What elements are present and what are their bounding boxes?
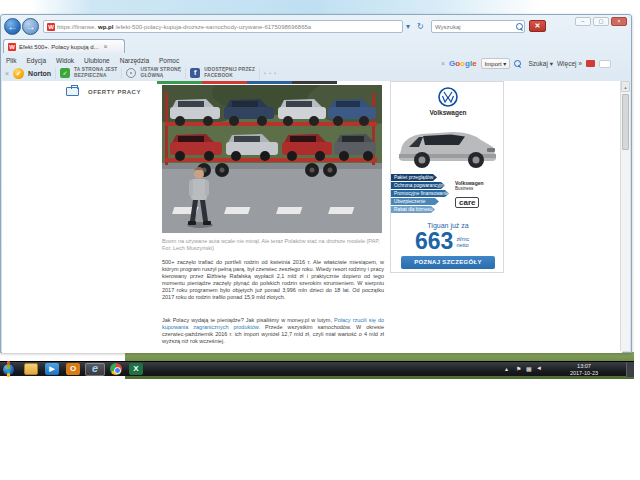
search-icon[interactable]	[516, 23, 521, 30]
ad-banner[interactable]: Ochrona pogwarancyjna	[391, 182, 445, 189]
taskbar-explorer-icon[interactable]	[24, 363, 38, 375]
tab-row: W Efekt 500+. Polacy kupują d... ×	[1, 39, 631, 53]
url-domain: wp.pl	[98, 21, 113, 33]
back-button[interactable]: ←	[4, 18, 21, 35]
menu-plik[interactable]: Plik	[6, 57, 16, 64]
tab-close-icon[interactable]: ×	[104, 43, 108, 50]
toolbar-separator	[185, 68, 186, 79]
homepage-icon[interactable]	[126, 68, 136, 78]
window-controls: – ▢ ×	[575, 17, 627, 26]
show-desktop-button[interactable]	[626, 362, 634, 377]
tray-network-icon[interactable]: ▦	[526, 365, 532, 372]
strip-green	[157, 81, 202, 84]
tiguan-car-image	[395, 120, 501, 170]
taskbar-excel-icon[interactable]: X	[129, 363, 143, 375]
ad-banner-list: Pakiet przeglądów Ochrona pogwarancyjna …	[391, 174, 505, 214]
toolbar-separator	[55, 68, 56, 79]
google-logo: Google	[449, 59, 477, 68]
site-safe-label[interactable]: TA STRONA JESTBEZPIECZNA	[74, 67, 117, 78]
search-box	[431, 20, 525, 33]
search-input[interactable]	[432, 24, 516, 30]
google-search-button[interactable]: Szukaj ▾	[528, 60, 553, 68]
site-safe-icon[interactable]: ✓	[60, 68, 70, 78]
strip-dark	[292, 81, 337, 84]
address-bar[interactable]: W https://finanse.wp.pl/efekt-500-polacy…	[43, 20, 403, 33]
menu-bar: Plik Edycja Widok Ulubione Narzędzia Pom…	[6, 55, 179, 65]
tray-volume-icon[interactable]: ◄	[536, 365, 542, 371]
google-extra-button[interactable]	[599, 60, 611, 68]
url-path: /efekt-500-polacy-kupuja-drozsze-samocho…	[115, 21, 311, 33]
ad-price-number: 663	[415, 230, 453, 252]
menu-pomoc[interactable]: Pomoc	[159, 57, 179, 64]
article-photo	[162, 85, 382, 233]
desktop-wallpaper-sky	[30, 0, 542, 15]
google-toolbar: × Google Import ▾ Szukaj ▾ Więcej »	[441, 57, 611, 70]
briefcase-icon	[66, 87, 79, 96]
menu-ulubione[interactable]: Ulubione	[84, 57, 110, 64]
ad-cta-button[interactable]: POZNAJ SZCZEGÓŁY	[401, 256, 495, 269]
google-more-button[interactable]: Więcej »	[557, 60, 582, 67]
taskbar: ▶ O e X ▴ ⚑ ▦ ◄ 13:07 2017-10-23	[0, 361, 634, 376]
vertical-scrollbar[interactable]: ▴	[620, 81, 630, 351]
scroll-up-icon[interactable]: ▴	[621, 81, 630, 92]
facebook-share-label[interactable]: UDOSTĘPNIJ PRZEZFACEBOOK	[204, 67, 255, 78]
menu-edycja[interactable]: Edycja	[26, 57, 46, 64]
tab-favicon: W	[8, 43, 16, 51]
ad-price-unit: zł/mcnetto	[456, 230, 469, 252]
forward-button[interactable]: →	[22, 18, 39, 35]
minimize-button[interactable]: –	[575, 17, 591, 26]
article-paragraph-1: 500+ zaczęło trafiać do portfeli rodzin …	[162, 259, 384, 301]
scrollbar-thumb[interactable]	[622, 94, 629, 150]
article-paragraph-2: Jak Polacy wydają te pieniądze? Jak pisa…	[162, 317, 384, 345]
address-favicon: W	[47, 23, 55, 31]
address-dropdown-icon[interactable]: ▾	[406, 21, 410, 33]
stop-button[interactable]: ✕	[529, 20, 546, 32]
photo-caption: Boom na używane auta wcale nie minął. Al…	[162, 238, 384, 252]
google-import-button[interactable]: Import ▾	[481, 58, 511, 69]
tray-action-center-icon[interactable]: ⚑	[516, 365, 521, 372]
tab-title: Efekt 500+. Polacy kupują d...	[19, 44, 99, 50]
taskbar-media-player-icon[interactable]: ▶	[45, 363, 59, 375]
strip-red	[202, 81, 247, 84]
browser-window: ← → W https://finanse.wp.pl/efekt-500-po…	[0, 14, 632, 353]
strip-blue	[247, 81, 292, 84]
norton-icon[interactable]: ✓	[13, 68, 24, 79]
vw-ad[interactable]: Volkswagen Pakiet przeglądów Ochrona pog…	[390, 81, 504, 273]
google-search-icon	[514, 60, 521, 67]
maximize-button[interactable]: ▢	[593, 17, 609, 26]
vw-business-care-logo: Volkswagen Business care	[455, 180, 484, 209]
vw-logo-icon	[438, 87, 458, 107]
category-color-strip	[157, 81, 337, 84]
taskbar-clock[interactable]: 13:07 2017-10-23	[552, 363, 616, 376]
start-button[interactable]	[2, 363, 15, 376]
facebook-icon[interactable]: f	[190, 68, 200, 78]
tab-article[interactable]: W Efekt 500+. Polacy kupują d... ×	[3, 39, 125, 53]
ad-brand-label: Volkswagen	[391, 109, 505, 116]
menu-narzedzia[interactable]: Narzędzia	[120, 57, 149, 64]
google-flag-icon[interactable]	[586, 60, 595, 67]
menu-widok[interactable]: Widok	[56, 57, 74, 64]
close-button[interactable]: ×	[611, 17, 627, 26]
norton-toolbar-close-icon[interactable]: ×	[5, 70, 9, 77]
set-homepage-label[interactable]: USTAW STRONĘGŁÓWNĄ	[140, 67, 181, 78]
ad-banner[interactable]: Promocyjne finansowanie	[391, 190, 449, 197]
toolbar-separator	[259, 68, 260, 79]
url-scheme: https://finanse.	[57, 21, 96, 33]
sidebar-item-oferty-pracy[interactable]: OFERTY PRACY	[88, 89, 141, 95]
page-content: OFERTY PRACY	[2, 81, 622, 353]
clock-date: 2017-10-23	[552, 370, 616, 377]
ad-banner[interactable]: Rabat dla biznesu	[391, 206, 435, 213]
norton-label[interactable]: Norton	[28, 70, 51, 77]
toolbar-separator	[121, 68, 122, 79]
tray-show-hidden-icon[interactable]: ▴	[505, 365, 508, 372]
refresh-icon[interactable]: ↻	[417, 21, 424, 33]
google-toolbar-close-icon[interactable]: ×	[441, 60, 445, 67]
taskbar-outlook-icon[interactable]: O	[66, 363, 80, 375]
taskbar-chrome-icon[interactable]	[110, 363, 122, 375]
address-row: ← → W https://finanse.wp.pl/efekt-500-po…	[1, 15, 631, 39]
toolbar-more-icon[interactable]: • • •	[264, 70, 277, 76]
ad-banner[interactable]: Ubezpieczenie	[391, 198, 439, 205]
ad-banner[interactable]: Pakiet przeglądów	[391, 174, 437, 181]
ad-price: 663 zł/mcnetto	[415, 230, 469, 252]
taskbar-ie-icon[interactable]: e	[88, 363, 102, 375]
